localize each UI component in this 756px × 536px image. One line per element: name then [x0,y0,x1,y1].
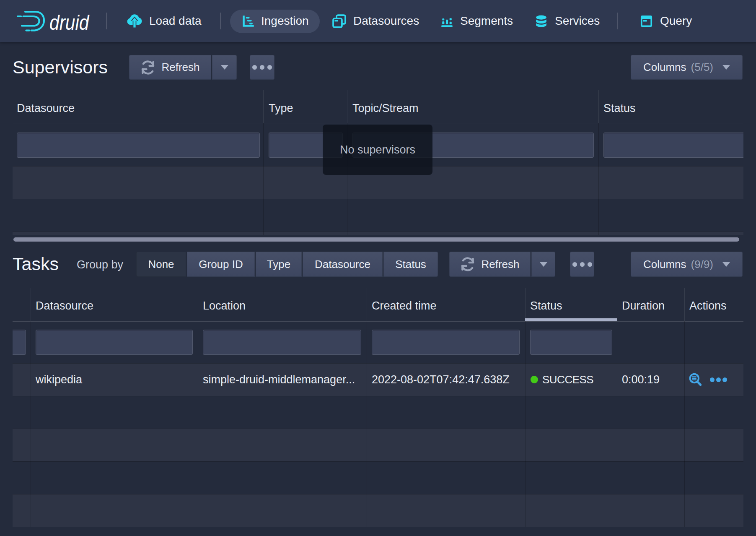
group-by-option-label: Status [395,258,426,271]
column-border [525,288,526,321]
navbar: druid Load data Ingestion [0,0,756,42]
column-border [684,288,685,321]
group-by-option-label: Datasource [315,258,370,271]
column-header-status[interactable]: Status [530,299,562,312]
tasks-refresh-button[interactable]: Refresh [449,252,531,277]
filter-input-location[interactable] [203,330,361,355]
cell-duration[interactable]: 0:00:19 [622,373,660,386]
row-border [13,429,743,429]
nav-item-label: Load data [149,14,202,28]
filter-input-status[interactable] [530,330,612,355]
nav-item-load-data[interactable]: Load data [127,0,202,42]
more-actions-dot [722,377,727,382]
filter-input-status[interactable] [603,133,743,158]
row-border [13,199,743,199]
refresh-label: Refresh [161,61,199,74]
column-header-topic-stream[interactable]: Topic/Stream [352,102,419,115]
cell-actions [688,372,727,387]
group-by-datasource-button[interactable]: Datasource [303,252,383,277]
columns-count: (9/9) [691,258,713,271]
sort-indicator [525,318,617,321]
chevron-down-icon [722,262,730,267]
gantt-chart-icon [242,15,255,28]
columns-count: (5/5) [691,61,713,74]
cell-created-time[interactable]: 2022-08-02T07:42:47.638Z [372,373,510,386]
supervisors-columns-button[interactable]: Columns (5/5) [631,55,743,80]
brand-wordmark: druid [49,10,89,35]
column-border [263,123,264,235]
table-row [13,429,743,461]
nav-item-label: Query [660,14,692,28]
group-by-status-button[interactable]: Status [383,252,438,277]
column-header-type[interactable]: Type [269,102,293,115]
row-border [13,494,743,494]
nav-item-label: Segments [460,14,513,28]
nav-item-ingestion[interactable]: Ingestion [242,0,309,42]
nav-item-datasources[interactable]: Datasources [332,0,419,42]
supervisors-refresh-button[interactable]: Refresh [129,55,211,80]
nav-separator [617,13,618,29]
nav-item-services[interactable]: Services [535,0,600,42]
empty-message: No supervisors [340,143,415,156]
tasks-more-button[interactable] [570,252,594,277]
column-header-created-time[interactable]: Created time [372,299,437,312]
column-border [347,90,347,123]
column-header-actions[interactable]: Actions [689,299,727,312]
column-header-status[interactable]: Status [603,102,636,115]
filter-input-datasource[interactable] [36,330,193,355]
row-border [13,363,743,364]
nav-item-query[interactable]: Query [640,0,692,42]
column-header-location[interactable]: Location [203,299,246,312]
column-header-datasource[interactable]: Datasource [17,102,75,115]
applications-icon [332,14,346,28]
column-border [31,321,31,527]
tasks-refresh-dropdown-button[interactable] [531,252,555,277]
filter-input-datasource[interactable] [17,133,260,158]
cloud-upload-icon [127,13,142,29]
horizontal-scrollbar[interactable] [13,237,739,242]
column-header-duration[interactable]: Duration [622,299,665,312]
tasks-columns-button[interactable]: Columns (9/9) [631,252,743,277]
supervisors-refresh-dropdown-button[interactable] [212,55,237,80]
row-border [13,396,743,396]
supervisors-table: Datasource Type Topic/Stream Status No s… [13,90,743,243]
status-success-dot [531,376,538,383]
group-by-none-button[interactable]: None [136,252,186,277]
more-icon-dot [252,65,257,70]
group-by-option-label: Group ID [199,258,243,271]
task-detail-icon[interactable] [688,372,702,387]
more-icon-dot [572,262,577,267]
group-by-option-label: None [148,258,174,271]
nav-separator [106,13,107,29]
cell-datasource[interactable]: wikipedia [36,373,82,386]
filter-input-task-id[interactable] [13,330,26,355]
column-border [31,288,31,321]
chevron-down-icon [221,65,228,70]
column-border [617,288,617,321]
nav-item-segments[interactable]: Segments [440,0,513,42]
row-border [13,232,743,232]
column-header-datasource[interactable]: Datasource [36,299,93,312]
column-border [617,321,617,527]
columns-label: Columns [643,61,686,74]
cell-location[interactable]: simple-druid-middlemanager... [203,373,355,386]
filter-input-created-time[interactable] [372,330,520,355]
refresh-icon [460,257,475,272]
group-by-group-id-button[interactable]: Group ID [187,252,255,277]
task-more-actions-icon[interactable] [710,377,727,382]
more-icon-dot [267,65,272,70]
columns-label: Columns [643,258,686,271]
nav-item-label: Services [555,14,600,28]
column-border [263,90,264,123]
supervisors-more-button[interactable] [250,55,274,80]
group-by-type-button[interactable]: Type [256,252,302,277]
more-actions-dot [716,377,721,382]
refresh-icon [140,60,155,75]
no-supervisors-overlay: No supervisors [323,125,432,175]
table-row [13,494,743,527]
table-row [13,232,743,235]
cell-status[interactable]: SUCCESS [542,373,593,386]
more-icon-dot [260,65,264,70]
druid-logo[interactable]: druid [14,9,46,34]
column-border [367,288,367,321]
